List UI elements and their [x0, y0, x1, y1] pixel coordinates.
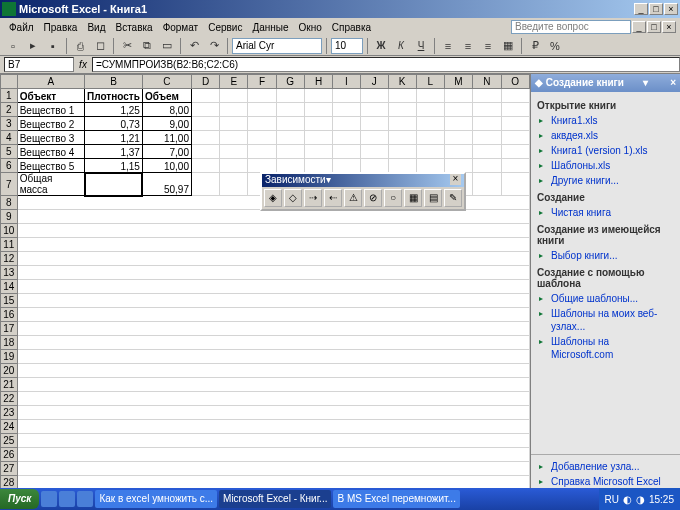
- taskpane-link[interactable]: Шаблоны на моих веб-узлах...: [537, 306, 674, 334]
- taskpane-link[interactable]: Чистая книга: [537, 205, 674, 220]
- name-box[interactable]: B7: [4, 57, 74, 72]
- cut-icon[interactable]: ✂: [118, 37, 136, 55]
- percent-icon[interactable]: %: [546, 37, 564, 55]
- col-header[interactable]: C: [142, 75, 191, 89]
- cell[interactable]: Объект: [17, 89, 84, 103]
- trace-error-icon[interactable]: ⚠: [344, 189, 362, 207]
- cell[interactable]: 1,25: [85, 103, 143, 117]
- cell[interactable]: Вещество 5: [17, 159, 84, 173]
- col-header[interactable]: G: [276, 75, 304, 89]
- menu-tools[interactable]: Сервис: [203, 20, 247, 35]
- taskpane-link[interactable]: Шаблоны на Microsoft.com: [537, 334, 674, 362]
- quicklaunch-icon[interactable]: [77, 491, 93, 507]
- col-header[interactable]: A: [17, 75, 84, 89]
- spreadsheet-grid[interactable]: A B C D E F G H I J K L M N O 1 О: [0, 74, 530, 490]
- cell[interactable]: Общая масса: [17, 173, 84, 196]
- align-center-icon[interactable]: ≡: [459, 37, 477, 55]
- audit-icon[interactable]: ✎: [444, 189, 462, 207]
- col-header[interactable]: L: [416, 75, 444, 89]
- doc-restore-button[interactable]: □: [647, 21, 661, 33]
- col-header[interactable]: E: [220, 75, 248, 89]
- font-size-selector[interactable]: 10: [331, 38, 363, 54]
- tray-icon[interactable]: ◑: [636, 494, 645, 505]
- col-header[interactable]: F: [248, 75, 276, 89]
- cell[interactable]: 7,00: [142, 145, 191, 159]
- cell[interactable]: 9,00: [142, 117, 191, 131]
- cell[interactable]: Объем: [142, 89, 191, 103]
- fx-icon[interactable]: fx: [74, 59, 92, 70]
- col-header[interactable]: D: [192, 75, 220, 89]
- tray-icon[interactable]: ◐: [623, 494, 632, 505]
- row-header[interactable]: 7: [1, 173, 18, 196]
- taskpane-link[interactable]: Шаблоны.xls: [537, 158, 674, 173]
- taskpane-dropdown-icon[interactable]: ▾: [643, 74, 648, 92]
- cell[interactable]: 0,73: [85, 117, 143, 131]
- taskpane-link[interactable]: Книга1 (version 1).xls: [537, 143, 674, 158]
- align-right-icon[interactable]: ≡: [479, 37, 497, 55]
- remove-dependents-icon[interactable]: ⇠: [324, 189, 342, 207]
- align-left-icon[interactable]: ≡: [439, 37, 457, 55]
- trace-dependents-icon[interactable]: ⇢: [304, 189, 322, 207]
- remove-arrows-icon[interactable]: ⊘: [364, 189, 382, 207]
- help-question-box[interactable]: Введите вопрос: [511, 20, 631, 34]
- start-button[interactable]: Пуск: [0, 489, 39, 509]
- print-icon[interactable]: ⎙: [71, 37, 89, 55]
- font-selector[interactable]: Arial Cyr: [232, 38, 322, 54]
- taskpane-link[interactable]: Общие шаблоны...: [537, 291, 674, 306]
- menu-window[interactable]: Окно: [294, 20, 327, 35]
- menu-view[interactable]: Вид: [82, 20, 110, 35]
- cell[interactable]: Вещество 2: [17, 117, 84, 131]
- taskpane-link[interactable]: Выбор книги...: [537, 248, 674, 263]
- preview-icon[interactable]: ◻: [91, 37, 109, 55]
- minimize-button[interactable]: _: [634, 3, 648, 15]
- bold-icon[interactable]: Ж: [372, 37, 390, 55]
- paste-icon[interactable]: ▭: [158, 37, 176, 55]
- row-header[interactable]: 5: [1, 145, 18, 159]
- underline-icon[interactable]: Ч: [412, 37, 430, 55]
- maximize-button[interactable]: □: [649, 3, 663, 15]
- col-header[interactable]: O: [501, 75, 529, 89]
- cell[interactable]: Вещество 3: [17, 131, 84, 145]
- quicklaunch-icon[interactable]: [59, 491, 75, 507]
- formula-input[interactable]: =СУММПРОИЗВ(B2:B6;C2:C6): [92, 57, 680, 72]
- cell[interactable]: 8,00: [142, 103, 191, 117]
- doc-minimize-button[interactable]: _: [632, 21, 646, 33]
- float-toolbar-close-icon[interactable]: ×: [450, 174, 461, 185]
- taskpane-link[interactable]: аквдея.xls: [537, 128, 674, 143]
- menu-help[interactable]: Справка: [327, 20, 376, 35]
- taskbar-item[interactable]: Microsoft Excel - Книг...: [219, 490, 331, 508]
- col-header[interactable]: K: [388, 75, 416, 89]
- menu-data[interactable]: Данные: [247, 20, 293, 35]
- trace-precedents-icon[interactable]: ◈: [264, 189, 282, 207]
- taskpane-close-icon[interactable]: ×: [670, 74, 676, 92]
- cell[interactable]: 1,21: [85, 131, 143, 145]
- row-header[interactable]: 2: [1, 103, 18, 117]
- col-header[interactable]: I: [333, 75, 361, 89]
- active-cell[interactable]: [85, 173, 143, 196]
- menu-format[interactable]: Формат: [158, 20, 204, 35]
- col-header[interactable]: H: [304, 75, 332, 89]
- col-header[interactable]: J: [360, 75, 388, 89]
- col-header[interactable]: M: [444, 75, 473, 89]
- open-icon[interactable]: ▸: [24, 37, 42, 55]
- redo-icon[interactable]: ↷: [205, 37, 223, 55]
- cell[interactable]: 10,00: [142, 159, 191, 173]
- select-all-corner[interactable]: [1, 75, 18, 89]
- cell[interactable]: Вещество 1: [17, 103, 84, 117]
- taskbar-item[interactable]: Как в excel умножить с...: [95, 490, 217, 508]
- save-icon[interactable]: ▪: [44, 37, 62, 55]
- quicklaunch-icon[interactable]: [41, 491, 57, 507]
- row-header[interactable]: 3: [1, 117, 18, 131]
- cell[interactable]: 1,15: [85, 159, 143, 173]
- taskpane-link[interactable]: Другие книги...: [537, 173, 674, 188]
- evaluate-icon[interactable]: ▤: [424, 189, 442, 207]
- new-icon[interactable]: ▫: [4, 37, 22, 55]
- row-header[interactable]: 1: [1, 89, 18, 103]
- close-button[interactable]: ×: [664, 3, 678, 15]
- cell[interactable]: 50,97: [142, 173, 191, 196]
- cell[interactable]: 1,37: [85, 145, 143, 159]
- col-header[interactable]: B: [85, 75, 143, 89]
- remove-precedents-icon[interactable]: ◇: [284, 189, 302, 207]
- cell[interactable]: 11,00: [142, 131, 191, 145]
- menu-file[interactable]: Файл: [4, 20, 39, 35]
